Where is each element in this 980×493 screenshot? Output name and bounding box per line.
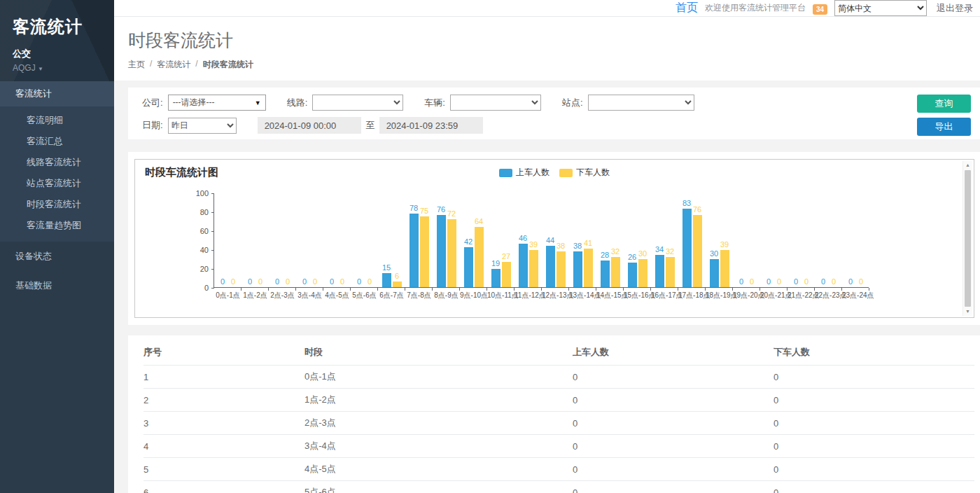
table-panel: 序号 时段 上车人数 下车人数 10点-1点0021点-2点0032点-3点00… — [128, 335, 980, 493]
cell-alighting: 0 — [774, 412, 974, 435]
vehicle-select[interactable] — [450, 95, 541, 111]
cell-alighting: 0 — [774, 435, 974, 458]
y-axis-label: 0 — [188, 284, 209, 292]
welcome-text: 欢迎使用客流统计管理平台 — [705, 2, 806, 14]
breadcrumb-passenger-stats[interactable]: 客流统计 — [157, 59, 190, 71]
bar-value-label: 0 — [357, 278, 361, 286]
x-axis-label: 23点-24点 — [842, 291, 869, 300]
breadcrumb: 主页 / 客流统计 / 时段客流统计 — [128, 59, 980, 71]
bar-value-label: 0 — [777, 278, 781, 286]
query-button[interactable]: 查询 — [917, 95, 971, 113]
breadcrumb-current: 时段客流统计 — [203, 59, 253, 71]
x-axis-tick — [486, 288, 487, 291]
cell-index: 4 — [144, 435, 304, 458]
header-alighting: 下车人数 — [774, 340, 974, 366]
bar — [638, 259, 648, 288]
x-axis-tick — [814, 288, 815, 291]
date-preset-select[interactable]: 昨日 — [168, 118, 237, 134]
scroll-up-icon[interactable]: ▲ — [965, 161, 970, 169]
bar-alighting: 32 — [666, 248, 675, 287]
bar-boarding: 0 — [246, 278, 255, 287]
sidebar-item-base-data[interactable]: 基础数据 — [0, 271, 114, 300]
sidebar-item-line-stats[interactable]: 线路客流统计 — [0, 152, 114, 173]
bar-boarding: 0 — [819, 278, 828, 287]
scrollbar-thumb[interactable] — [965, 170, 971, 307]
cell-period: 1点-2点 — [304, 389, 573, 412]
bar-value-label: 0 — [794, 278, 798, 286]
export-button[interactable]: 导出 — [917, 118, 971, 136]
table-row: 21点-2点00 — [144, 389, 974, 412]
bar-boarding: 38 — [573, 242, 582, 287]
bar-boarding: 76 — [437, 206, 446, 287]
bar-boarding: 42 — [464, 238, 473, 287]
bar-alighting: 64 — [475, 218, 484, 287]
language-select[interactable]: 简体中文 — [834, 0, 927, 16]
bar-alighting: 27 — [502, 253, 511, 287]
cell-period: 0点-1点 — [304, 366, 573, 389]
station-select[interactable] — [588, 95, 694, 111]
x-axis-label: 6点-7点 — [378, 291, 405, 300]
company-select[interactable]: ---请选择--- ▼ — [168, 95, 266, 111]
bar-group: 0023点-24点 — [842, 193, 869, 287]
bar-alighting: 0 — [802, 278, 811, 287]
bar-alighting: 0 — [775, 278, 784, 287]
legend-item-alighting[interactable]: 下车人数 — [559, 167, 610, 179]
bar-alighting: 0 — [284, 278, 293, 287]
bar-group: 0019点-20点 — [733, 193, 760, 287]
bar-group: 004点-5点 — [323, 193, 351, 287]
bar-boarding: 0 — [792, 278, 801, 287]
bar-value-label: 0 — [832, 278, 836, 286]
cell-alighting: 0 — [774, 366, 974, 389]
sidebar-item-passenger-detail[interactable]: 客流明细 — [0, 110, 114, 131]
user-dropdown[interactable]: AQGJ ▼ — [13, 63, 102, 73]
bar — [502, 262, 511, 287]
chart-vertical-scrollbar[interactable]: ▲ ▼ — [962, 161, 972, 316]
sidebar-item-trend-chart[interactable]: 客流量趋势图 — [0, 215, 114, 236]
bar-group: 42649点-10点 — [460, 193, 487, 287]
bar-value-label: 28 — [601, 251, 609, 259]
bar — [682, 209, 692, 287]
bar-value-label: 15 — [382, 264, 391, 272]
sidebar-item-period-stats[interactable]: 时段客流统计 — [0, 194, 114, 215]
bar — [666, 257, 675, 287]
table-row: 43点-4点00 — [144, 435, 974, 458]
sidebar-section-passenger-stats[interactable]: 客流统计 — [0, 81, 114, 106]
bar-boarding: 0 — [737, 278, 746, 287]
sidebar-item-device-status[interactable]: 设备状态 — [0, 242, 114, 271]
bar-alighting: 76 — [693, 206, 702, 287]
bar-value-label: 19 — [491, 260, 500, 268]
bar-value-label: 0 — [804, 278, 808, 286]
bar — [410, 214, 419, 287]
bar-boarding: 34 — [655, 246, 664, 287]
bar-value-label: 44 — [546, 237, 554, 244]
date-to-input[interactable] — [379, 117, 483, 134]
bar-group: 005点-6点 — [351, 193, 378, 287]
line-select[interactable] — [312, 95, 403, 111]
x-axis-label: 20点-21点 — [760, 291, 788, 300]
home-link[interactable]: 首页 — [676, 1, 698, 15]
breadcrumb-home[interactable]: 主页 — [128, 59, 145, 71]
scroll-down-icon[interactable]: ▼ — [965, 307, 970, 316]
sidebar: 客流统计 公交 AQGJ ▼ 客流统计 客流明细 客流汇总 线路客流统计 站点客… — [0, 0, 114, 493]
bar — [655, 255, 664, 287]
logout-link[interactable]: 退出登录 — [937, 2, 973, 15]
x-axis-label: 9点-10点 — [460, 291, 487, 300]
bar-value-label: 46 — [519, 235, 527, 242]
date-from-input[interactable] — [258, 117, 361, 134]
bar-value-label: 0 — [258, 278, 262, 286]
sidebar-item-station-stats[interactable]: 站点客流统计 — [0, 173, 114, 194]
bar-alighting: 0 — [256, 278, 265, 287]
bar-alighting: 32 — [611, 248, 620, 287]
x-axis-label: 3点-4点 — [296, 291, 323, 300]
table-row: 32点-3点00 — [144, 412, 974, 435]
legend-item-boarding[interactable]: 上车人数 — [499, 167, 550, 179]
x-axis-label: 5点-6点 — [351, 291, 378, 300]
bar-alighting: 0 — [365, 278, 374, 287]
main-area: 首页 欢迎使用客流统计管理平台 34 简体中文 退出登录 时段客流统计 主页 /… — [114, 0, 980, 493]
legend-label-boarding: 上车人数 — [516, 167, 550, 179]
topbar: 首页 欢迎使用客流统计管理平台 34 简体中文 退出登录 — [114, 0, 980, 17]
sidebar-item-passenger-summary[interactable]: 客流汇总 — [0, 131, 114, 152]
x-axis-tick — [568, 288, 569, 291]
bar-group: 001点-2点 — [241, 193, 269, 287]
bar-group: 303918点-19点 — [706, 193, 733, 287]
